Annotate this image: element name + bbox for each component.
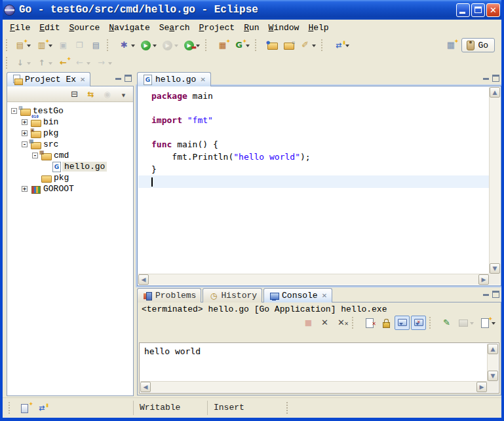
panel-maximize-icon[interactable] bbox=[125, 75, 132, 82]
expand-expander-icon[interactable]: + bbox=[22, 130, 28, 136]
tree-item-src[interactable]: -src bbox=[7, 139, 133, 150]
menu-source[interactable]: Source bbox=[64, 21, 104, 35]
scroll-down-icon[interactable]: ▼ bbox=[488, 371, 498, 381]
editor-horizontal-scrollbar[interactable]: ◀ ▶ bbox=[138, 274, 489, 285]
tree-item-bin[interactable]: +bin bbox=[7, 117, 133, 128]
panel-maximize-icon[interactable] bbox=[492, 75, 499, 82]
panel-minimize-icon[interactable] bbox=[483, 294, 489, 296]
console-horizontal-scrollbar[interactable]: ◀ ▶ bbox=[140, 381, 487, 392]
last-edit-location-button[interactable] bbox=[56, 56, 71, 70]
open-perspective-button[interactable] bbox=[443, 38, 458, 52]
scroll-right-icon[interactable]: ▶ bbox=[478, 274, 489, 285]
close-tab-icon[interactable]: ✕ bbox=[80, 76, 85, 83]
tree-item-pkg[interactable]: +pkg bbox=[7, 128, 133, 139]
console-output[interactable]: hello world ▲ ▼ ◀ ▶ bbox=[139, 342, 499, 394]
collapse-all-button[interactable] bbox=[67, 87, 82, 101]
open-resource-button[interactable] bbox=[265, 38, 280, 52]
console-vertical-scrollbar[interactable]: ▲ ▼ bbox=[487, 344, 498, 381]
perspective-switch-icon[interactable] bbox=[36, 403, 47, 413]
fast-view-icon[interactable] bbox=[20, 403, 31, 413]
dropdown-arrow-icon[interactable] bbox=[312, 45, 316, 49]
text-cursor bbox=[151, 177, 153, 187]
toolbar-separator bbox=[352, 317, 359, 329]
print-button[interactable] bbox=[88, 38, 104, 52]
run-button[interactable] bbox=[138, 38, 159, 53]
menu-navigate[interactable]: Navigate bbox=[104, 21, 154, 35]
go-perspective-icon bbox=[465, 40, 476, 50]
menu-file[interactable]: File bbox=[5, 21, 35, 35]
close-tab-icon[interactable]: ✕ bbox=[200, 76, 205, 83]
go-perspective-button[interactable]: Go bbox=[461, 38, 495, 52]
new-button[interactable] bbox=[12, 38, 33, 52]
scroll-up-icon[interactable]: ▲ bbox=[488, 344, 498, 354]
tree-item-cmd[interactable]: -cmd bbox=[7, 150, 133, 161]
scroll-left-icon[interactable]: ◀ bbox=[140, 382, 151, 392]
open-console-button[interactable] bbox=[477, 316, 497, 330]
dropdown-arrow-icon[interactable] bbox=[345, 45, 349, 49]
tree-item-pkg[interactable]: pkg bbox=[7, 172, 133, 183]
clear-console-button[interactable] bbox=[362, 316, 377, 330]
scroll-up-icon[interactable]: ▲ bbox=[490, 87, 500, 98]
collapse-expander-icon[interactable]: - bbox=[32, 153, 38, 158]
terminate-icon bbox=[303, 318, 314, 328]
menu-edit[interactable]: Edit bbox=[35, 21, 64, 35]
tree-item-testgo[interactable]: -testGo bbox=[7, 105, 133, 117]
dropdown-arrow-icon[interactable] bbox=[131, 45, 135, 49]
code-token-str: "hello world" bbox=[233, 152, 300, 162]
switch-editor-button[interactable] bbox=[331, 38, 351, 52]
tree-item-goroot[interactable]: +GOROOT bbox=[7, 183, 133, 194]
menu-help[interactable]: Help bbox=[303, 21, 333, 35]
dropdown-arrow-icon[interactable] bbox=[153, 45, 157, 49]
tab-hello-go[interactable]: hello.go ✕ bbox=[137, 72, 211, 86]
link-editor-button[interactable] bbox=[83, 87, 98, 101]
editor-vertical-scrollbar[interactable]: ▲ ▼ bbox=[489, 87, 500, 274]
minimize-button[interactable] bbox=[456, 3, 470, 17]
maximize-button[interactable] bbox=[471, 3, 485, 17]
tab-problems[interactable]: Problems bbox=[137, 288, 201, 302]
new-go-button[interactable] bbox=[34, 38, 54, 52]
panel-minimize-icon[interactable] bbox=[115, 78, 121, 80]
debug-button[interactable] bbox=[117, 38, 137, 52]
tab-console[interactable]: Console✕ bbox=[263, 288, 332, 302]
panel-maximize-icon[interactable] bbox=[492, 291, 499, 298]
remove-all-terminated-button[interactable] bbox=[334, 316, 349, 330]
view-menu-button[interactable] bbox=[116, 87, 131, 101]
main-toolbar bbox=[3, 35, 501, 71]
collapse-expander-icon[interactable]: - bbox=[11, 108, 17, 114]
save-all-icon bbox=[74, 40, 85, 50]
expand-expander-icon[interactable]: + bbox=[22, 186, 28, 192]
tree-item-hello-go[interactable]: hello.go bbox=[7, 161, 133, 172]
project-explorer-toolbar bbox=[7, 86, 133, 102]
focus-task-icon bbox=[102, 89, 113, 100]
go-new-button[interactable] bbox=[231, 38, 252, 52]
external-tools-button[interactable] bbox=[182, 38, 202, 53]
close-tab-icon[interactable]: ✕ bbox=[322, 292, 327, 299]
menu-search[interactable]: Search bbox=[155, 21, 195, 35]
tree-item-label: pkg bbox=[52, 173, 71, 183]
open-folder-button[interactable] bbox=[281, 38, 296, 52]
editor-body: package main import "fmt" func main() { … bbox=[137, 86, 501, 286]
search-button[interactable] bbox=[298, 38, 318, 52]
scroll-lock-button[interactable] bbox=[378, 316, 393, 330]
collapse-expander-icon[interactable]: - bbox=[22, 141, 28, 147]
back-icon bbox=[74, 58, 85, 68]
panel-minimize-icon[interactable] bbox=[483, 78, 489, 80]
prev-annotation-button bbox=[34, 56, 54, 70]
show-stdout-button[interactable] bbox=[395, 316, 410, 330]
tab-history[interactable]: History bbox=[203, 288, 262, 302]
remove-launch-button[interactable] bbox=[317, 316, 332, 330]
scroll-down-icon[interactable]: ▼ bbox=[490, 263, 500, 274]
scroll-right-icon[interactable]: ▶ bbox=[476, 382, 487, 392]
menu-window[interactable]: Window bbox=[264, 21, 304, 35]
scroll-left-icon[interactable]: ◀ bbox=[138, 274, 149, 285]
expand-expander-icon[interactable]: + bbox=[22, 119, 28, 125]
tab-project-explorer[interactable]: Project Ex ✕ bbox=[7, 72, 90, 86]
console-output-text: hello world bbox=[140, 343, 499, 359]
menu-project[interactable]: Project bbox=[195, 21, 240, 35]
show-stderr-button[interactable] bbox=[411, 316, 426, 330]
pin-console-button[interactable] bbox=[439, 316, 454, 330]
close-button[interactable]: ✕ bbox=[486, 3, 500, 17]
menu-run[interactable]: Run bbox=[239, 21, 263, 35]
code-editor[interactable]: package main import "fmt" func main() { … bbox=[138, 87, 489, 274]
new-project-button[interactable] bbox=[215, 38, 230, 52]
